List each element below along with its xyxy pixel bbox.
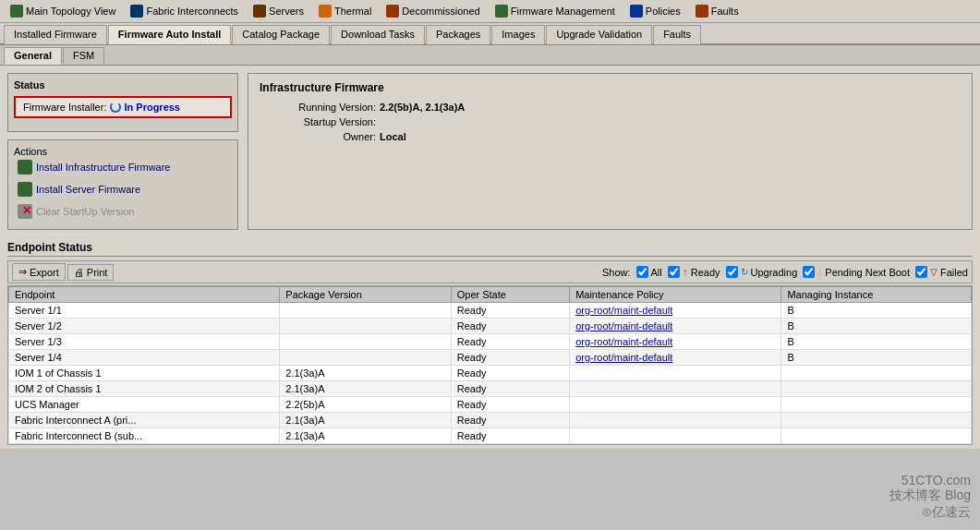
- tab-installed-firmware[interactable]: Installed Firmware: [4, 25, 107, 44]
- firmware-installer-status: Firmware Installer: In Progress: [14, 96, 232, 118]
- cell-maintenance-policy: [570, 428, 781, 444]
- actions-box: Actions Install Infrastructure Firmware …: [7, 139, 238, 230]
- cell-endpoint: Server 1/1: [9, 303, 280, 319]
- cell-oper-state: Ready: [451, 366, 569, 381]
- print-icon: 🖨: [74, 267, 84, 278]
- col-maintenance-policy: Maintenance Policy: [570, 287, 781, 303]
- decommissioned-icon: [386, 5, 399, 18]
- export-arrow-icon: [18, 266, 27, 278]
- cell-endpoint: Fabric Interconnect A (pri...: [9, 413, 280, 428]
- cell-managing-instance: [781, 413, 972, 428]
- filter-upgrading[interactable]: ↻ Upgrading: [726, 266, 798, 278]
- running-version-value: 2.2(5b)A, 2.1(3a)A: [380, 102, 465, 113]
- thermal-icon: [319, 5, 332, 18]
- main-content: Status Firmware Installer: In Progress A…: [0, 66, 980, 237]
- filter-all-checkbox[interactable]: [636, 266, 648, 278]
- nav-decommissioned[interactable]: Decommissioned: [380, 2, 486, 20]
- tab-packages[interactable]: Packages: [426, 25, 490, 44]
- show-label: Show:: [602, 267, 631, 278]
- cell-package-version: 2.2(5b)A: [280, 397, 451, 413]
- install-server-icon: [18, 182, 32, 197]
- cell-maintenance-policy[interactable]: org-root/maint-default: [570, 350, 781, 366]
- tab-bar: Installed Firmware Firmware Auto Install…: [0, 23, 980, 45]
- col-oper-state: Oper State: [451, 287, 569, 303]
- main-topology-icon: [10, 5, 23, 18]
- clear-startup-button[interactable]: ✕ Clear StartUp Version: [14, 201, 232, 222]
- cell-oper-state: Ready: [451, 413, 569, 428]
- tab-images[interactable]: Images: [491, 25, 545, 44]
- cell-maintenance-policy[interactable]: org-root/maint-default: [570, 319, 781, 334]
- tab-download-tasks[interactable]: Download Tasks: [331, 25, 425, 44]
- cell-endpoint: Fabric Interconnect B (sub...: [9, 428, 280, 444]
- cell-maintenance-policy: [570, 413, 781, 428]
- endpoint-table-wrapper[interactable]: Endpoint Package Version Oper State Main…: [7, 285, 973, 445]
- cell-package-version: [280, 334, 451, 350]
- sub-tab-fsm[interactable]: FSM: [63, 47, 104, 65]
- cell-oper-state: Ready: [451, 334, 569, 350]
- cell-package-version: [280, 303, 451, 319]
- nav-policies[interactable]: Policies: [623, 2, 687, 20]
- table-row: Fabric Interconnect B (sub...2.1(3a)ARea…: [9, 428, 972, 444]
- tab-upgrade-validation[interactable]: Upgrade Validation: [546, 25, 652, 44]
- startup-version-label: Startup Version:: [260, 116, 380, 127]
- endpoint-section: Endpoint Status Export 🖨 Print Show: All…: [0, 237, 980, 449]
- tab-firmware-auto-install[interactable]: Firmware Auto Install: [108, 25, 231, 44]
- endpoint-toolbar: Export 🖨 Print Show: All ↑ Ready ↻ Upgra…: [7, 260, 973, 283]
- col-package-version: Package Version: [280, 287, 451, 303]
- filter-failed[interactable]: ▽ Failed: [915, 266, 968, 278]
- nav-firmware-management[interactable]: Firmware Management: [489, 2, 622, 20]
- fabric-icon: [130, 5, 143, 18]
- cell-maintenance-policy[interactable]: org-root/maint-default: [570, 334, 781, 350]
- cell-endpoint: IOM 2 of Chassis 1: [9, 381, 280, 397]
- table-row: Server 1/2Readyorg-root/maint-defaultB: [9, 319, 972, 334]
- filter-all[interactable]: All: [636, 266, 662, 278]
- cell-maintenance-policy: [570, 366, 781, 381]
- filter-failed-checkbox[interactable]: [915, 266, 927, 278]
- table-row: Server 1/4Readyorg-root/maint-defaultB: [9, 350, 972, 366]
- cell-endpoint: Server 1/2: [9, 319, 280, 334]
- filter-ready-checkbox[interactable]: [668, 266, 680, 278]
- policies-icon: [630, 5, 643, 18]
- filter-upgrading-checkbox[interactable]: [726, 266, 738, 278]
- firmware-installer-label: Firmware Installer:: [23, 102, 106, 113]
- filter-pending[interactable]: ↓ Pending Next Boot: [803, 266, 910, 278]
- nav-faults[interactable]: Faults: [689, 2, 745, 20]
- infra-firmware-title: Infrastructure Firmware: [260, 81, 961, 94]
- table-row: IOM 1 of Chassis 12.1(3a)AReady: [9, 366, 972, 381]
- firmware-icon: [495, 5, 508, 18]
- table-row: Server 1/1Readyorg-root/maint-defaultB: [9, 303, 972, 319]
- export-button[interactable]: Export: [12, 263, 66, 281]
- install-infra-icon: [18, 160, 32, 175]
- spin-icon: [110, 102, 121, 113]
- tab-faults[interactable]: Faults: [653, 25, 701, 44]
- faults-nav-icon: [696, 5, 708, 18]
- tab-catalog-package[interactable]: Catalog Package: [232, 25, 330, 44]
- clear-startup-icon: ✕: [18, 204, 32, 219]
- install-infra-button[interactable]: Install Infrastructure Firmware: [14, 157, 232, 177]
- filter-pending-checkbox[interactable]: [803, 266, 815, 278]
- infra-firmware-box: Infrastructure Firmware Running Version:…: [248, 73, 973, 230]
- actions-title: Actions: [14, 146, 232, 157]
- filter-ready[interactable]: ↑ Ready: [668, 266, 720, 279]
- cell-oper-state: Ready: [451, 303, 569, 319]
- in-progress-indicator: In Progress: [110, 102, 180, 113]
- nav-main-topology[interactable]: Main Topology View: [4, 2, 122, 20]
- top-nav: Main Topology View Fabric Interconnects …: [0, 0, 980, 23]
- sub-tab-general[interactable]: General: [4, 47, 62, 65]
- cell-package-version: 2.1(3a)A: [280, 366, 451, 381]
- status-title: Status: [14, 79, 232, 90]
- install-server-button[interactable]: Install Server Firmware: [14, 179, 232, 199]
- owner-label: Owner:: [260, 131, 380, 142]
- nav-fabric-interconnects[interactable]: Fabric Interconnects: [124, 2, 245, 20]
- cell-endpoint: UCS Manager: [9, 397, 280, 413]
- print-button[interactable]: 🖨 Print: [67, 264, 115, 281]
- sub-tab-bar: General FSM: [0, 45, 980, 66]
- nav-servers[interactable]: Servers: [247, 2, 310, 20]
- ready-up-icon: ↑: [683, 266, 688, 279]
- table-row: Fabric Interconnect A (pri...2.1(3a)ARea…: [9, 413, 972, 428]
- cell-endpoint: IOM 1 of Chassis 1: [9, 366, 280, 381]
- table-row: UCS Manager2.2(5b)AReady: [9, 397, 972, 413]
- status-box: Status Firmware Installer: In Progress: [7, 73, 238, 132]
- nav-thermal[interactable]: Thermal: [312, 2, 378, 20]
- cell-maintenance-policy[interactable]: org-root/maint-default: [570, 303, 781, 319]
